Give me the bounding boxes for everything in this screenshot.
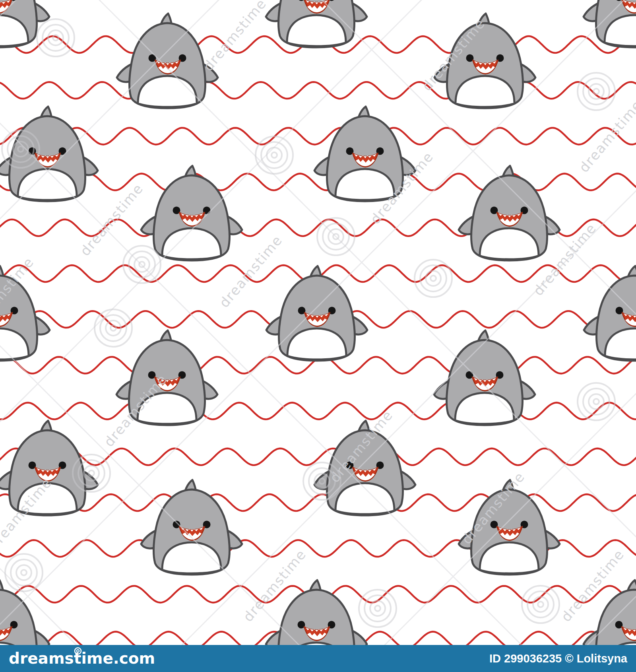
watermark-spiral-icon: [359, 590, 396, 627]
watermark-spiral-icon: [73, 454, 110, 492]
watermark-spiral-icon: [256, 136, 293, 174]
stock-image-canvas: dreamstimedreamstimedreamstimedreamstime…: [0, 0, 636, 672]
shark: [0, 0, 49, 47]
watermark-spiral-icon: [5, 554, 43, 591]
footer-bar: dreamstime.com ID 299036235 © Lolitsyna: [0, 645, 636, 672]
shark: [459, 166, 560, 260]
watermark-spiral-icon: [95, 309, 132, 347]
dreamstime-spiral-icon: [74, 647, 82, 655]
shark: [141, 480, 242, 575]
watermark-spiral-icon: [37, 19, 74, 56]
wave-line: [0, 128, 636, 144]
watermark-spiral-icon: [522, 586, 559, 623]
watermark-spiral-icon: [415, 260, 452, 297]
shark: [0, 421, 98, 515]
wave-line: [0, 174, 636, 190]
shark: [266, 0, 367, 47]
watermark-spiral-icon: [578, 73, 615, 110]
dreamstime-logo: dreamstime.com: [9, 645, 155, 672]
sharks: [0, 0, 636, 672]
wave-line: [0, 82, 636, 99]
wave-line: [0, 403, 636, 420]
shark-pattern-image: dreamstimedreamstimedreamstimedreamstime…: [0, 0, 636, 672]
shark: [266, 266, 367, 361]
watermark-text: dreamstime: [576, 97, 636, 175]
watermark-spiral-icon: [578, 383, 615, 420]
shark: [584, 266, 636, 361]
image-credit-text: ID 299036235 © Lolitsyna: [489, 652, 627, 665]
shark: [141, 166, 242, 260]
